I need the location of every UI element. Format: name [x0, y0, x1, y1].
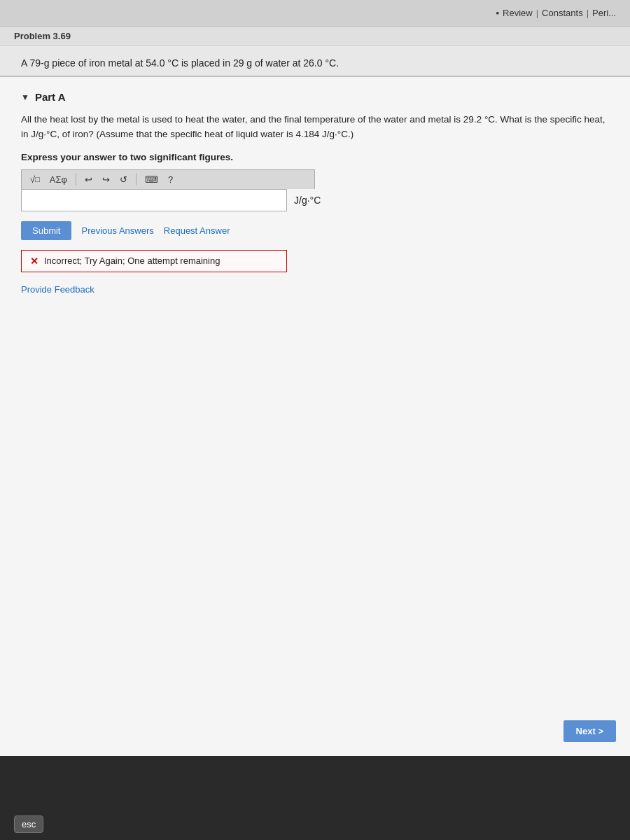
main-content: ▼ Part A All the heat lost by the metal … [0, 77, 630, 756]
part-title: Part A [35, 91, 66, 103]
submit-button[interactable]: Submit [21, 221, 71, 240]
keyboard-icon[interactable]: ⌨ [142, 173, 161, 186]
undo-icon[interactable]: ↩ [82, 173, 95, 186]
separator-1: | [536, 8, 538, 18]
problem-body: A 79-g piece of iron metal at 54.0 °C is… [0, 46, 630, 77]
sqrt-symbol: √ [30, 174, 35, 185]
previous-answers-link[interactable]: Previous Answers [81, 225, 153, 236]
action-row: Submit Previous Answers Request Answer [21, 221, 609, 240]
redo-icon[interactable]: ↪ [99, 173, 113, 186]
constants-link[interactable]: Constants [542, 8, 583, 18]
review-link[interactable]: Review [503, 8, 533, 18]
sigma-icon[interactable]: ΑΣφ [47, 173, 70, 186]
input-toolbar: √□ ΑΣφ ↩ ↪ ↺ ⌨ ? [21, 169, 315, 189]
input-row: J/g·°C [21, 189, 609, 211]
separator-2: | [587, 8, 589, 18]
part-description: All the heat lost by the metal is used t… [21, 113, 609, 142]
sqrt-icon[interactable]: √□ [27, 173, 43, 186]
problem-label: Problem 3.69 [14, 31, 71, 41]
express-label: Express your answer to two significant f… [21, 152, 609, 162]
keyboard-area: esc [0, 756, 630, 840]
toolbar-divider-2 [136, 173, 136, 186]
esc-key[interactable]: esc [14, 816, 43, 833]
answer-input[interactable] [21, 189, 287, 211]
book-icon: ▪ [496, 8, 499, 18]
request-answer-link[interactable]: Request Answer [164, 225, 230, 236]
problem-header: Problem 3.69 [0, 27, 630, 46]
top-bar-links: ▪ Review | Constants | Peri... [496, 8, 616, 18]
toolbar-divider-1 [76, 173, 76, 186]
next-button[interactable]: Next > [564, 720, 616, 742]
help-icon[interactable]: ? [165, 173, 176, 186]
part-header: ▼ Part A [21, 91, 609, 103]
error-icon: ✕ [30, 255, 38, 267]
feedback-link[interactable]: Provide Feedback [21, 284, 94, 295]
error-box: ✕ Incorrect; Try Again; One attempt rema… [21, 250, 287, 272]
periodic-link[interactable]: Peri... [592, 8, 616, 18]
problem-statement: A 79-g piece of iron metal at 54.0 °C is… [21, 57, 609, 69]
reset-icon[interactable]: ↺ [117, 173, 130, 186]
top-bar: ▪ Review | Constants | Peri... [0, 0, 630, 27]
unit-label: J/g·°C [294, 195, 321, 206]
error-message: Incorrect; Try Again; One attempt remain… [44, 255, 220, 266]
part-collapse-arrow[interactable]: ▼ [21, 92, 29, 102]
